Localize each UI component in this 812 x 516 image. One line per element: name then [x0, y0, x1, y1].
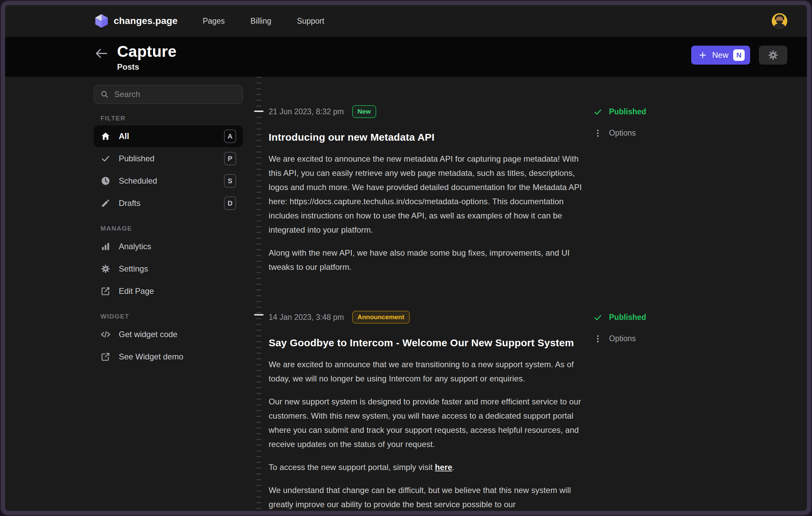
timeline-tick-post-2 — [254, 314, 264, 315]
page-header: Capture Posts New N — [5, 37, 807, 77]
post-2-meta: 14 Jan 2023, 3:48 pm Announcement — [269, 311, 589, 324]
support-portal-link[interactable]: here — [435, 463, 452, 472]
post-2-date: 14 Jan 2023, 3:48 pm — [269, 313, 344, 322]
section-label-widget: WIDGET — [100, 313, 243, 320]
page-settings-button[interactable] — [759, 46, 787, 65]
brand-logo[interactable]: changes.page — [95, 14, 178, 28]
post-list: 21 Jun 2023, 8:32 pm New Introducing our… — [269, 77, 793, 511]
section-label-filter: FILTER — [100, 115, 243, 122]
top-nav: changes.page Pages Billing Support — [5, 5, 807, 37]
section-label-manage: MANAGE — [100, 225, 243, 232]
post-1-paragraph: Along with the new API, we have also mad… — [269, 246, 589, 274]
post-item-2: 14 Jan 2023, 3:48 pm Announcement Say Go… — [269, 311, 793, 511]
sidebar-item-published[interactable]: Published P — [94, 148, 243, 169]
gear-icon — [768, 50, 779, 61]
home-icon — [100, 132, 111, 141]
new-post-button[interactable]: New N — [691, 46, 750, 65]
settings-gear-icon — [100, 264, 111, 274]
nav-links: Pages Billing Support — [203, 17, 772, 26]
post-1-title: Introducing our new Metadata API — [269, 132, 589, 143]
search-box[interactable] — [94, 85, 243, 104]
timeline-tick-post-1 — [254, 111, 264, 112]
new-post-button-label: New — [712, 50, 728, 60]
sidebar-item-edit-page[interactable]: Edit Page — [94, 280, 243, 302]
nav-link-support[interactable]: Support — [297, 17, 324, 26]
shortcut-chip-a: A — [224, 130, 236, 143]
sidebar-item-drafts[interactable]: Drafts D — [94, 192, 243, 214]
pencil-icon — [100, 198, 111, 208]
post-2-content: 14 Jan 2023, 3:48 pm Announcement Say Go… — [269, 311, 589, 511]
header-actions: New N — [691, 46, 787, 65]
sidebar-item-get-widget-code[interactable]: Get widget code — [94, 324, 243, 345]
post-2-paragraph-link: To access the new support portal, simply… — [269, 460, 589, 474]
plus-icon — [698, 50, 707, 60]
post-1-badge: New — [352, 105, 376, 118]
post-2-paragraph: We are excited to announce that we are t… — [269, 357, 589, 386]
app-window: changes.page Pages Billing Support Captu… — [5, 5, 807, 511]
nav-link-billing[interactable]: Billing — [250, 17, 271, 26]
published-check-icon — [593, 313, 602, 322]
sidebar-item-see-widget-demo[interactable]: See Widget demo — [94, 346, 243, 368]
post-2-paragraph: We understand that change can be difficu… — [269, 483, 589, 511]
clock-icon — [100, 176, 111, 186]
shortcut-chip-s: S — [224, 174, 236, 188]
post-2-status: Published — [593, 313, 646, 322]
back-arrow-icon[interactable] — [95, 48, 108, 59]
page-title: Capture — [117, 43, 691, 60]
check-icon — [100, 154, 111, 163]
kebab-menu-icon — [593, 129, 602, 138]
post-item-1: 21 Jun 2023, 8:32 pm New Introducing our… — [269, 105, 793, 274]
sidebar-item-analytics[interactable]: Analytics — [94, 236, 243, 257]
main-area: FILTER All A Published P — [5, 77, 807, 511]
sidebar-item-settings[interactable]: Settings — [94, 258, 243, 280]
title-block: Capture Posts — [117, 43, 691, 72]
code-icon — [100, 330, 111, 339]
new-post-shortcut-key: N — [733, 49, 745, 61]
post-1-content: 21 Jun 2023, 8:32 pm New Introducing our… — [269, 105, 589, 274]
post-1-date: 21 Jun 2023, 8:32 pm — [269, 107, 344, 116]
post-2-badge: Announcement — [352, 311, 410, 324]
post-2-title: Say Goodbye to Intercom - Welcome Our Ne… — [269, 337, 589, 349]
sidebar: FILTER All A Published P — [94, 77, 243, 368]
sidebar-item-scheduled[interactable]: Scheduled S — [94, 170, 243, 192]
shortcut-chip-p: P — [224, 152, 236, 165]
post-1-options-button[interactable]: Options — [593, 128, 646, 138]
edit-page-icon — [100, 286, 111, 296]
sidebar-item-all[interactable]: All A — [94, 125, 243, 147]
published-check-icon — [593, 108, 602, 116]
post-2-paragraph: Our new support system is designed to pr… — [269, 395, 589, 451]
post-2-options-button[interactable]: Options — [593, 334, 646, 343]
user-avatar[interactable] — [772, 13, 787, 29]
avatar-body — [774, 24, 785, 29]
page-subtitle: Posts — [117, 62, 691, 72]
kebab-menu-icon — [593, 334, 602, 343]
search-icon — [100, 90, 109, 99]
nav-link-pages[interactable]: Pages — [203, 17, 225, 26]
post-2-status-column: Published Options — [593, 311, 646, 343]
post-1-status: Published — [593, 107, 646, 116]
cube-logo-icon — [95, 14, 108, 28]
timeline-dashed-line — [256, 77, 262, 511]
external-link-icon — [100, 352, 111, 361]
bar-chart-icon — [100, 242, 111, 251]
shortcut-chip-d: D — [224, 196, 236, 210]
brand-name: changes.page — [114, 16, 178, 26]
post-1-meta: 21 Jun 2023, 8:32 pm New — [269, 105, 589, 118]
post-1-paragraph: We are excited to announce the new metad… — [269, 152, 589, 237]
search-input[interactable] — [114, 89, 236, 99]
post-1-status-column: Published Options — [593, 105, 646, 138]
